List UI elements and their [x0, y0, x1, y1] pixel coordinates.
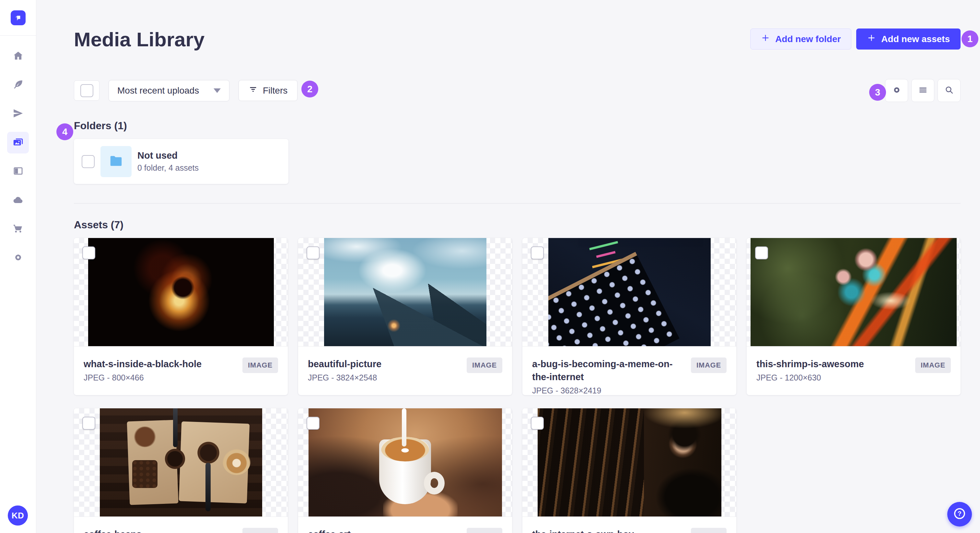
asset-card[interactable]: coffee-art JPEG - 5824×3259 IMAGE — [298, 408, 512, 533]
asset-caption: this-shrimp-is-awesome JPEG - 1200×630 I… — [747, 346, 961, 382]
asset-title: this-shrimp-is-awesome — [756, 357, 910, 370]
annotation-badge-1: 1 — [961, 30, 978, 47]
asset-meta: JPEG - 1200×630 — [756, 373, 910, 382]
folder-card[interactable]: Not used 0 folder, 4 assets — [74, 139, 288, 184]
mantis-shrimp-image — [751, 238, 957, 346]
asset-checkbox[interactable] — [531, 246, 544, 259]
view-controls — [885, 79, 961, 102]
select-all-checkbox[interactable] — [80, 84, 93, 97]
asset-card[interactable]: coffee-beans JPEG - 5021×3347 IMAGE — [74, 408, 288, 533]
sidebar-item-media-library[interactable] — [7, 132, 29, 154]
home-icon — [13, 50, 24, 62]
asset-title: what-s-inside-a-black-hole — [84, 357, 237, 370]
laptop-code-image — [548, 238, 711, 346]
section-divider — [74, 203, 961, 204]
sidebar-item-settings[interactable] — [7, 247, 29, 269]
gear-icon — [891, 85, 902, 96]
sidebar-item-content[interactable] — [7, 74, 29, 96]
folder-icon — [108, 154, 124, 170]
paper-plane-icon — [13, 108, 24, 120]
asset-thumbnail — [74, 238, 288, 346]
asset-thumbnail — [298, 238, 512, 346]
folders-section: Folders (1) Not used 0 folder, 4 assets — [74, 120, 961, 184]
configure-view-button[interactable] — [885, 79, 908, 102]
asset-title: coffee-art — [308, 528, 461, 533]
toolbar: Most recent uploads Filters — [74, 79, 961, 102]
latte-art-image — [309, 408, 502, 517]
asset-checkbox[interactable] — [82, 417, 95, 430]
asset-thumbnail — [522, 238, 736, 346]
page-title: Media Library — [74, 29, 750, 51]
asset-type-badge: IMAGE — [467, 357, 502, 373]
sidebar-item-releases[interactable] — [7, 103, 29, 125]
assets-section: Assets (7) what-s-inside-a-black-hole JP… — [74, 219, 961, 533]
asset-type-badge: IMAGE — [242, 528, 278, 533]
asset-card[interactable]: beautiful-picture JPEG - 3824×2548 IMAGE — [298, 238, 512, 395]
sidebar-item-deploy[interactable] — [7, 189, 29, 211]
asset-checkbox[interactable] — [531, 417, 544, 430]
list-view-button[interactable] — [911, 79, 934, 102]
asset-thumbnail — [747, 238, 961, 346]
asset-caption: the-internet-s-own-boy JPEG - 1200×707 I… — [522, 517, 736, 533]
add-new-assets-button[interactable]: Add new assets — [856, 29, 961, 49]
assets-heading: Assets (7) — [74, 219, 961, 231]
filter-icon — [248, 85, 258, 96]
asset-meta: JPEG - 3824×2548 — [308, 373, 461, 382]
sidebar-item-home[interactable] — [7, 45, 29, 67]
asset-thumbnail — [74, 408, 288, 517]
asset-type-badge: IMAGE — [467, 528, 502, 533]
strapi-logo-icon[interactable] — [11, 10, 25, 25]
select-all-container — [74, 80, 100, 101]
annotation-badge-2: 2 — [301, 81, 318, 97]
add-new-folder-button[interactable]: Add new folder — [750, 29, 851, 49]
asset-caption: beautiful-picture JPEG - 3824×2548 IMAGE — [298, 346, 512, 382]
folder-meta: 0 folder, 4 assets — [137, 163, 199, 173]
asset-caption: a-bug-is-becoming-a-meme-on-the-internet… — [522, 346, 736, 395]
asset-checkbox[interactable] — [307, 417, 320, 430]
annotation-badge-4: 4 — [56, 124, 73, 140]
asset-checkbox[interactable] — [82, 246, 95, 259]
asset-card[interactable]: the-internet-s-own-boy JPEG - 1200×707 I… — [522, 408, 736, 533]
folder-checkbox[interactable] — [82, 155, 95, 168]
sort-dropdown[interactable]: Most recent uploads — [108, 80, 229, 102]
asset-card[interactable]: a-bug-is-becoming-a-meme-on-the-internet… — [522, 238, 736, 395]
layout-panel-icon — [13, 165, 24, 178]
annotation-badge-3: 3 — [869, 84, 886, 101]
folder-name: Not used — [137, 150, 199, 161]
asset-type-badge: IMAGE — [691, 528, 727, 533]
asset-title: coffee-beans — [84, 528, 237, 533]
filters-button[interactable]: Filters — [239, 80, 298, 101]
asset-card[interactable]: this-shrimp-is-awesome JPEG - 1200×630 I… — [747, 238, 961, 395]
search-icon — [944, 85, 955, 96]
asset-title: the-internet-s-own-boy — [532, 528, 686, 533]
asset-checkbox[interactable] — [755, 246, 768, 259]
header-actions: Add new folder Add new assets — [750, 29, 961, 49]
coffee-beans-image — [100, 408, 262, 517]
plus-icon — [867, 33, 876, 45]
asset-caption: what-s-inside-a-black-hole JPEG - 800×46… — [74, 346, 288, 382]
black-hole-image — [88, 238, 274, 346]
svg-text:?: ? — [958, 510, 961, 517]
sidebar-nav — [0, 45, 36, 276]
shopping-cart-icon — [13, 223, 24, 235]
asset-meta: JPEG - 800×466 — [84, 373, 237, 382]
plus-icon — [761, 33, 770, 45]
user-avatar[interactable]: KD — [8, 506, 28, 525]
sidebar-item-marketplace[interactable] — [7, 218, 29, 240]
page-header: Media Library Add new folder Add new ass… — [74, 29, 961, 51]
asset-checkbox[interactable] — [307, 246, 320, 259]
app-logo-container — [0, 0, 36, 36]
asset-card[interactable]: what-s-inside-a-black-hole JPEG - 800×46… — [74, 238, 288, 395]
folder-info: Not used 0 folder, 4 assets — [137, 150, 199, 173]
sidebar-item-content-type-builder[interactable] — [7, 160, 29, 182]
asset-caption: coffee-beans JPEG - 5021×3347 IMAGE — [74, 517, 288, 533]
folder-icon-tile — [100, 146, 132, 177]
search-button[interactable] — [937, 79, 961, 102]
help-button[interactable]: ? — [947, 502, 972, 527]
media-gallery-icon — [13, 136, 24, 149]
gear-icon — [13, 252, 24, 264]
asset-caption: coffee-art JPEG - 5824×3259 IMAGE — [298, 517, 512, 533]
asset-meta: JPEG - 3628×2419 — [532, 386, 686, 395]
sort-dropdown-value: Most recent uploads — [117, 86, 199, 96]
asset-type-badge: IMAGE — [915, 357, 951, 373]
